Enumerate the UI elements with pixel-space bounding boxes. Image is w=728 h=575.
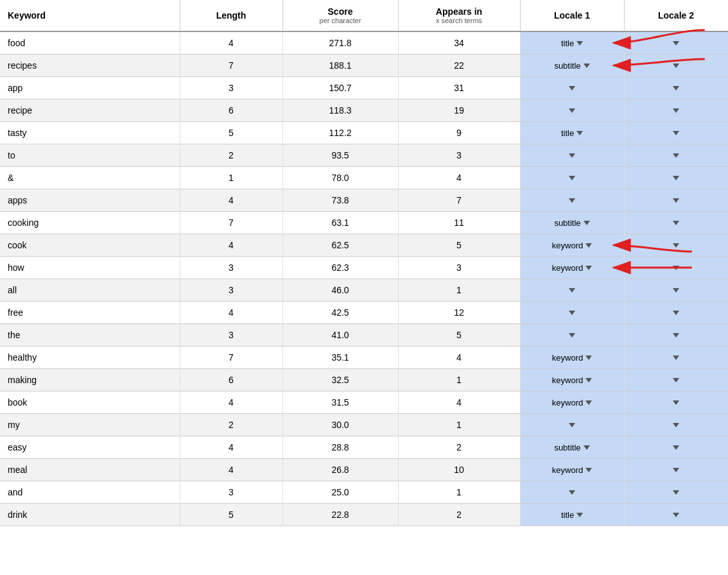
locale1-dropdown-arrow[interactable] xyxy=(569,423,575,427)
locale2-dropdown-arrow[interactable] xyxy=(673,243,679,248)
locale1-dropdown-arrow[interactable] xyxy=(585,243,592,248)
cell-locale2[interactable] xyxy=(624,391,728,414)
locale2-dropdown-arrow[interactable] xyxy=(673,356,679,360)
cell-locale1[interactable]: subtitle xyxy=(520,55,624,77)
cell-locale2[interactable] xyxy=(624,99,728,122)
locale2-dropdown-arrow[interactable] xyxy=(673,198,679,203)
cell-locale2[interactable] xyxy=(624,324,728,347)
locale2-dropdown-arrow[interactable] xyxy=(673,288,679,293)
locale1-dropdown-arrow[interactable] xyxy=(584,64,590,68)
locale1-dropdown-arrow[interactable] xyxy=(569,333,575,338)
locale1-dropdown-arrow[interactable] xyxy=(569,490,575,495)
locale2-dropdown-arrow[interactable] xyxy=(673,64,679,68)
cell-length: 6 xyxy=(180,99,282,122)
locale1-dropdown-arrow[interactable] xyxy=(585,266,592,270)
cell-locale1[interactable]: title xyxy=(520,31,624,55)
cell-locale2[interactable] xyxy=(624,279,728,302)
cell-locale1[interactable]: keyword xyxy=(520,347,624,369)
cell-length: 4 xyxy=(180,189,282,212)
locale1-dropdown-arrow[interactable] xyxy=(585,378,592,382)
locale1-dropdown-arrow[interactable] xyxy=(569,288,575,293)
locale1-dropdown-arrow[interactable] xyxy=(569,86,575,90)
locale2-dropdown-arrow[interactable] xyxy=(673,513,679,517)
locale1-dropdown-arrow[interactable] xyxy=(585,356,592,360)
cell-locale2[interactable] xyxy=(624,302,728,324)
locale1-dropdown-arrow[interactable] xyxy=(569,153,575,158)
cell-locale1[interactable]: keyword xyxy=(520,369,624,391)
cell-appears: 4 xyxy=(398,167,520,189)
cell-appears: 12 xyxy=(398,302,520,324)
cell-locale1[interactable] xyxy=(520,99,624,122)
locale2-dropdown-arrow[interactable] xyxy=(673,490,679,495)
cell-locale1[interactable]: keyword xyxy=(520,459,624,481)
locale2-dropdown-arrow[interactable] xyxy=(673,468,679,472)
cell-locale2[interactable] xyxy=(624,234,728,257)
cell-length: 3 xyxy=(180,257,282,279)
cell-locale1[interactable]: keyword xyxy=(520,391,624,414)
cell-locale2[interactable] xyxy=(624,77,728,99)
locale2-dropdown-arrow[interactable] xyxy=(673,333,679,338)
cell-locale1[interactable] xyxy=(520,77,624,99)
locale2-dropdown-arrow[interactable] xyxy=(673,86,679,90)
locale2-dropdown-arrow[interactable] xyxy=(673,445,679,450)
cell-locale1[interactable] xyxy=(520,324,624,347)
cell-locale2[interactable] xyxy=(624,122,728,144)
locale2-dropdown-arrow[interactable] xyxy=(673,176,679,180)
cell-locale2[interactable] xyxy=(624,369,728,391)
locale1-dropdown-arrow[interactable] xyxy=(569,176,575,180)
locale2-dropdown-arrow[interactable] xyxy=(673,153,679,158)
cell-locale2[interactable] xyxy=(624,414,728,436)
cell-locale1[interactable] xyxy=(520,302,624,324)
cell-locale1[interactable]: title xyxy=(520,504,624,526)
cell-locale2[interactable] xyxy=(624,347,728,369)
locale1-dropdown-arrow[interactable] xyxy=(584,221,590,225)
locale1-dropdown-arrow[interactable] xyxy=(576,513,583,517)
cell-keyword: apps xyxy=(0,189,180,212)
locale1-dropdown-arrow[interactable] xyxy=(576,41,583,46)
cell-locale2[interactable] xyxy=(624,436,728,459)
cell-locale2[interactable] xyxy=(624,459,728,481)
cell-locale1[interactable]: title xyxy=(520,122,624,144)
cell-locale1[interactable] xyxy=(520,481,624,504)
locale1-dropdown-arrow[interactable] xyxy=(569,108,575,113)
cell-locale2[interactable] xyxy=(624,31,728,55)
locale1-dropdown-arrow[interactable] xyxy=(576,131,583,135)
cell-locale1[interactable] xyxy=(520,279,624,302)
cell-locale1[interactable] xyxy=(520,414,624,436)
locale2-dropdown-arrow[interactable] xyxy=(673,221,679,225)
cell-score: 112.2 xyxy=(282,122,398,144)
locale1-dropdown-arrow[interactable] xyxy=(585,400,592,405)
cell-locale2[interactable] xyxy=(624,189,728,212)
locale2-dropdown-arrow[interactable] xyxy=(673,266,679,270)
locale2-dropdown-arrow[interactable] xyxy=(673,108,679,113)
cell-score: 62.5 xyxy=(282,234,398,257)
locale2-dropdown-arrow[interactable] xyxy=(673,400,679,405)
locale1-dropdown-arrow[interactable] xyxy=(584,445,590,450)
locale2-dropdown-arrow[interactable] xyxy=(673,41,679,46)
locale1-label: subtitle xyxy=(554,61,580,71)
cell-keyword: free xyxy=(0,302,180,324)
cell-locale2[interactable] xyxy=(624,257,728,279)
cell-locale1[interactable] xyxy=(520,189,624,212)
locale2-dropdown-arrow[interactable] xyxy=(673,131,679,135)
cell-score: 41.0 xyxy=(282,324,398,347)
cell-locale1[interactable]: subtitle xyxy=(520,212,624,234)
cell-locale2[interactable] xyxy=(624,167,728,189)
cell-locale2[interactable] xyxy=(624,55,728,77)
locale1-dropdown-arrow[interactable] xyxy=(585,468,592,472)
cell-locale1[interactable] xyxy=(520,167,624,189)
locale1-dropdown-arrow[interactable] xyxy=(569,198,575,203)
locale1-dropdown-arrow[interactable] xyxy=(569,311,575,315)
table-row: &178.04 xyxy=(0,167,728,189)
cell-locale2[interactable] xyxy=(624,212,728,234)
cell-locale1[interactable] xyxy=(520,144,624,167)
cell-locale1[interactable]: subtitle xyxy=(520,436,624,459)
cell-locale1[interactable]: keyword xyxy=(520,234,624,257)
locale2-dropdown-arrow[interactable] xyxy=(673,378,679,382)
locale2-dropdown-arrow[interactable] xyxy=(673,423,679,427)
cell-locale2[interactable] xyxy=(624,481,728,504)
cell-locale2[interactable] xyxy=(624,144,728,167)
cell-locale1[interactable]: keyword xyxy=(520,257,624,279)
cell-locale2[interactable] xyxy=(624,504,728,526)
locale2-dropdown-arrow[interactable] xyxy=(673,311,679,315)
